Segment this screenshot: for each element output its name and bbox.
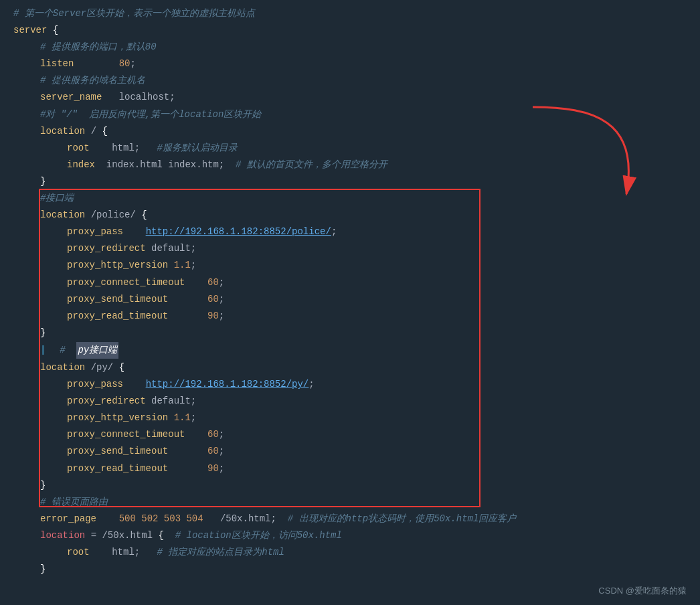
code-line: proxy_read_timeout 90;: [0, 308, 700, 325]
code-editor: # 第一个Server区块开始，表示一个独立的虚拟主机站点 server { #…: [0, 0, 700, 605]
code-line: location /police/ {: [0, 207, 700, 224]
code-line: listen 80;: [0, 56, 700, 72]
code-line: location / {: [0, 123, 700, 140]
code-line: }: [0, 325, 700, 341]
code-line: }: [0, 561, 700, 578]
watermark: CSDN @爱吃面条的猿: [598, 585, 687, 597]
code-line: # 提供服务的端口，默认80: [0, 39, 700, 56]
code-line: proxy_redirect default;: [0, 240, 700, 257]
code-line: location = /50x.html { # location区块开始，访问…: [0, 527, 700, 544]
code-line: # 错误页面路由: [0, 494, 700, 511]
code-line: index index.html index.htm; # 默认的首页文件，多个…: [0, 157, 700, 173]
code-line: }: [0, 173, 700, 190]
code-line: proxy_pass http://192.168.1.182:8852/pol…: [0, 224, 700, 240]
code-line: # 第一个Server区块开始，表示一个独立的虚拟主机站点: [0, 5, 700, 22]
code-line: proxy_connect_timeout 60;: [0, 274, 700, 291]
code-line: proxy_redirect default;: [0, 393, 700, 410]
code-line: server_name localhost;: [0, 89, 700, 106]
code-line: proxy_send_timeout 60;: [0, 291, 700, 308]
code-line: #接口端: [0, 190, 700, 207]
code-block: # 第一个Server区块开始，表示一个独立的虚拟主机站点 server { #…: [0, 0, 700, 583]
code-line: root html; #服务默认启动目录: [0, 140, 700, 157]
code-line-selected: | # py接口端: [0, 341, 700, 359]
code-line: proxy_read_timeout 90;: [0, 460, 700, 477]
code-line: proxy_http_version 1.1;: [0, 257, 700, 274]
code-line: error_page 500 502 503 504 /50x.html; # …: [0, 511, 700, 527]
code-line: proxy_pass http://192.168.1.182:8852/py/…: [0, 376, 700, 393]
code-line: proxy_send_timeout 60;: [0, 443, 700, 460]
code-line: # 提供服务的域名主机名: [0, 72, 700, 89]
code-line: }: [0, 477, 700, 494]
code-line: location /py/ {: [0, 359, 700, 376]
code-line: proxy_http_version 1.1;: [0, 410, 700, 426]
code-line: #对 "/" 启用反向代理,第一个location区块开始: [0, 106, 700, 123]
code-line: proxy_connect_timeout 60;: [0, 426, 700, 443]
code-line: root html; # 指定对应的站点目录为html: [0, 544, 700, 561]
code-line: server {: [0, 22, 700, 39]
